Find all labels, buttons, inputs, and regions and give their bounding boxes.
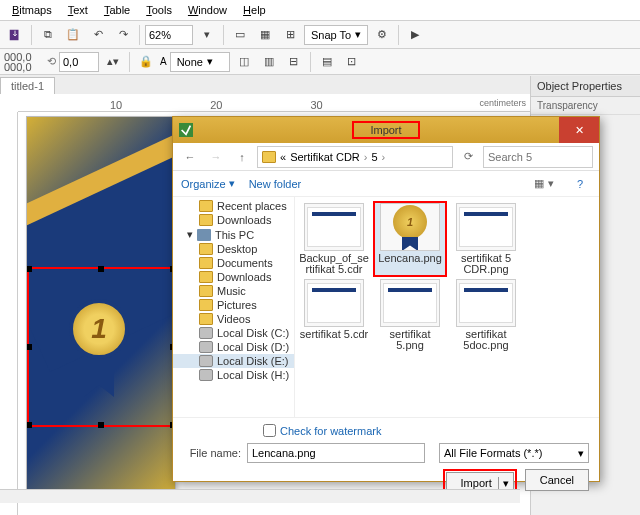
tree-node[interactable]: Pictures — [173, 298, 294, 312]
copy-icon[interactable]: ⧉ — [37, 24, 59, 46]
ruler-unit: centimeters — [479, 98, 526, 108]
tree-node[interactable]: Recent places — [173, 199, 294, 213]
tree-node[interactable]: Downloads — [173, 270, 294, 284]
tree-node[interactable]: Local Disk (H:) — [173, 368, 294, 382]
menu-tools[interactable]: Tools — [140, 2, 178, 18]
group-icon[interactable]: ⊡ — [341, 51, 363, 73]
filter-dropdown[interactable]: All File Formats (*.*)▾ — [439, 443, 589, 463]
tree-node[interactable]: Desktop — [173, 242, 294, 256]
file-item[interactable]: sertifikat 5 CDR.png — [451, 203, 521, 275]
docker-section[interactable]: Transparency — [531, 97, 640, 115]
nudge-input[interactable] — [59, 52, 99, 72]
file-list[interactable]: Backup_of_sertifikat 5.cdr1Lencana.pngse… — [295, 197, 599, 417]
launch-icon[interactable]: ▶ — [404, 24, 426, 46]
redo-icon[interactable]: ↷ — [112, 24, 134, 46]
organize-dropdown[interactable]: Organize ▾ — [181, 177, 235, 190]
tree-node[interactable]: Music — [173, 284, 294, 298]
grid-icon[interactable]: ▦ — [254, 24, 276, 46]
menu-text[interactable]: Text — [62, 2, 94, 18]
view-icon[interactable]: ▦ ▾ — [533, 173, 555, 195]
coord-display: 000,0000,0 — [4, 52, 44, 72]
cancel-button[interactable]: Cancel — [525, 469, 589, 491]
help-icon[interactable]: ? — [569, 173, 591, 195]
file-item[interactable]: sertifikat 5.png — [375, 279, 445, 351]
search-input[interactable] — [483, 146, 593, 168]
menu-window[interactable]: Window — [182, 2, 233, 18]
tree-node[interactable]: Local Disk (D:) — [173, 340, 294, 354]
filename-input[interactable] — [247, 443, 425, 463]
menu-help[interactable]: Help — [237, 2, 272, 18]
export-icon[interactable] — [4, 24, 26, 46]
zoom-input[interactable] — [145, 25, 193, 45]
docker-title: Object Properties — [531, 76, 640, 97]
forward-icon[interactable]: → — [205, 146, 227, 168]
tree-node[interactable]: Videos — [173, 312, 294, 326]
menu-table[interactable]: Table — [98, 2, 136, 18]
order-icon[interactable]: ▤ — [316, 51, 338, 73]
menu-bar: BitmapsTextTableToolsWindowHelp — [0, 0, 640, 20]
refresh-icon[interactable]: ⟳ — [457, 146, 479, 168]
undo-icon[interactable]: ↶ — [87, 24, 109, 46]
app-icon — [179, 123, 193, 137]
ruler-vertical — [0, 112, 18, 515]
close-button[interactable]: ✕ — [559, 117, 599, 143]
dialog-title: Import — [352, 121, 419, 139]
folder-tree[interactable]: Recent placesDownloads▾ This PCDesktopDo… — [173, 197, 295, 417]
file-item[interactable]: sertifikat 5.cdr — [299, 279, 369, 351]
style-dropdown[interactable]: None▾ — [170, 52, 230, 72]
lock-icon[interactable]: 🔒 — [135, 51, 157, 73]
property-bar: 000,0000,0 ⟲ ▴▾ 🔒 A None▾ ◫ ▥ ⊟ ▤ ⊡ — [0, 48, 640, 74]
file-item[interactable]: Backup_of_sertifikat 5.cdr — [299, 203, 369, 275]
main-toolbar: ⧉ 📋 ↶ ↷ ▾ ▭ ▦ ⊞ Snap To▾ ⚙ ▶ — [0, 20, 640, 48]
align2-icon[interactable]: ▥ — [258, 51, 280, 73]
snap-to-dropdown[interactable]: Snap To▾ — [304, 25, 368, 45]
doc-tab[interactable]: titled-1 — [0, 77, 55, 94]
tree-node[interactable]: Downloads — [173, 213, 294, 227]
filename-label: File name: — [183, 447, 241, 459]
selection-highlight: 1 — [27, 267, 175, 427]
tree-node[interactable]: Documents — [173, 256, 294, 270]
dialog-toolbar: Organize ▾ New folder ▦ ▾ ? — [173, 171, 599, 197]
back-icon[interactable]: ← — [179, 146, 201, 168]
file-item[interactable]: sertifikat 5doc.png — [451, 279, 521, 351]
file-item[interactable]: 1Lencana.png — [375, 203, 445, 275]
scrollbar-horizontal[interactable] — [0, 489, 520, 503]
stepper-icon[interactable]: ▴▾ — [102, 51, 124, 73]
watermark-checkbox[interactable]: Check for watermark — [263, 424, 589, 437]
page: 1 — [26, 116, 176, 496]
medal-object[interactable]: 1 — [69, 299, 129, 359]
options-icon[interactable]: ⚙ — [371, 24, 393, 46]
tree-node[interactable]: Local Disk (E:) — [173, 354, 294, 368]
fullscreen-icon[interactable]: ▭ — [229, 24, 251, 46]
align-icon[interactable]: ◫ — [233, 51, 255, 73]
breadcrumb[interactable]: « Sertifikat CDR› 5› — [257, 146, 453, 168]
import-dialog: Import ✕ ← → ↑ « Sertifikat CDR› 5› ⟳ Or… — [172, 116, 600, 482]
paste-icon[interactable]: 📋 — [62, 24, 84, 46]
tree-node[interactable]: Local Disk (C:) — [173, 326, 294, 340]
distribute-icon[interactable]: ⊟ — [283, 51, 305, 73]
menu-bitmaps[interactable]: Bitmaps — [6, 2, 58, 18]
guides-icon[interactable]: ⊞ — [279, 24, 301, 46]
up-icon[interactable]: ↑ — [231, 146, 253, 168]
dialog-titlebar: Import ✕ — [173, 117, 599, 143]
tree-node[interactable]: ▾ This PC — [173, 227, 294, 242]
new-folder-button[interactable]: New folder — [249, 178, 302, 190]
dialog-nav: ← → ↑ « Sertifikat CDR› 5› ⟳ — [173, 143, 599, 171]
zoom-dropdown-icon[interactable]: ▾ — [196, 24, 218, 46]
ruler-horizontal: 102030 — [18, 96, 530, 112]
